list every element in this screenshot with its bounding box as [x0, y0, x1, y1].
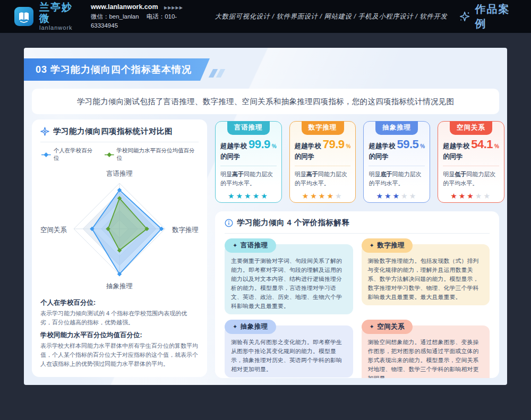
star-icon: ★: [483, 192, 492, 200]
star-icon: ★: [310, 192, 319, 200]
radar-chart: 言语推理 数字推理 抽象推理 空间关系: [40, 163, 199, 295]
arrows-decoration: ▶▶▶▶▶: [164, 5, 183, 10]
metric-prefix: 超越学校: [369, 142, 395, 151]
star-icon: ★: [228, 192, 236, 200]
radar-chart-svg: 言语推理 数字推理 抽象推理 空间关系: [40, 163, 199, 295]
spark-icon: ✦: [370, 323, 375, 330]
star-icon: ★: [384, 192, 393, 200]
metric-badge: 言语推理: [227, 121, 270, 135]
divider: [225, 233, 490, 234]
axis-label-top: 言语推理: [106, 170, 133, 177]
portfolio-button[interactable]: 作品案例: [459, 2, 518, 31]
divider: [220, 166, 277, 166]
star-icon: ★: [467, 192, 475, 200]
star-icon: ★: [253, 192, 261, 200]
metric-value-line: 超越学校 59.5 %: [369, 138, 425, 151]
star-icon: ★: [459, 192, 467, 200]
metric-prefix: 超越学校: [295, 142, 321, 151]
spark-icon: ✦: [370, 242, 375, 249]
metric-card-spatial: 空间关系 超越学校 54.1 % 的同学 明显低于同能力层次的平均水平。 ★★★…: [438, 121, 504, 203]
star-icon: ★: [393, 192, 401, 200]
metric-badge: 数字推理: [302, 121, 344, 135]
star-icon: ★: [401, 192, 409, 200]
metric-card-abstract: 抽象推理 超越学校 59.5 % 的同学 明显底于同能力层次的平均水平。 ★★★…: [363, 121, 430, 203]
metric-unit: %: [346, 143, 351, 149]
services-list: 大数据可视化设计 / 软件界面设计 / 网站建设 / 手机及小程序设计 / 软件…: [215, 12, 448, 21]
star-icon: ★: [236, 192, 245, 200]
radar-chart-card: 学习能力倾向四项指标统计对比图 个人在学校百分位 学校同能力水平百分位均: [32, 119, 207, 377]
star-icon: ★: [327, 192, 335, 200]
metric-suffix: 的同学: [295, 152, 351, 161]
spark-icon: ✦: [233, 323, 238, 330]
explain-tag: ✦数字推理: [362, 238, 413, 253]
metric-value: 79.9: [323, 138, 345, 151]
divider: [369, 166, 425, 166]
brand-name-cn: 兰亭妙微: [39, 2, 79, 24]
metric-suffix: 的同学: [443, 152, 499, 161]
metric-unit: %: [272, 143, 277, 149]
explain-item-verbal: ✦言语推理 主要侧重于测验对字词、句段间关系了解的能力。即考察对字词、句段的理解…: [225, 238, 353, 314]
website-link[interactable]: www.lanlanwork.com: [91, 3, 158, 11]
star-icon: ★: [335, 192, 344, 200]
explain-item-numeric: ✦数字推理 测验数字推理能力。包括发现数（式）排列与变化规律的能力，理解并且运用…: [362, 238, 490, 314]
star-rating: ★★★★★: [295, 192, 351, 200]
axis-label-left: 空间关系: [40, 226, 67, 234]
note-heading: 个人在学校百分位:: [40, 298, 199, 307]
metric-prefix: 超越学校: [443, 142, 469, 151]
explain-item-abstract: ✦抽象推理 测验有关几何图形之变化能力。即考察学生从图形中推论其变化规则的能力。…: [225, 320, 353, 378]
star-icon: ★: [475, 192, 484, 200]
metric-badge: 空间关系: [450, 121, 492, 135]
star-icon: ★: [244, 192, 253, 200]
metric-value-line: 超越学校 99.9 %: [220, 138, 277, 151]
section-title: 03 学习能力倾向四个指标基本情况: [36, 63, 192, 76]
star-rating: ★★★★★: [443, 192, 499, 200]
legend-item-school: 学校同能力水平百分位均值百分位: [105, 147, 199, 162]
legend-item-personal: 个人在学校百分位: [41, 147, 97, 162]
metric-badge: 抽象推理: [375, 121, 418, 135]
metric-prefix: 超越学校: [220, 142, 247, 151]
explanation-panel: 学习能力倾向 4 个评价指标解释 ✦言语推理 主要侧重于测验对字词、句段间关系了…: [215, 211, 499, 378]
metric-value: 99.9: [249, 138, 270, 151]
explain-tag: ✦抽象推理: [225, 320, 276, 334]
radar-card-title: 学习能力倾向四项指标统计对比图: [53, 126, 173, 136]
metric-description: 明显高于同能力层次的平均水平。: [220, 170, 277, 188]
metric-cards-row: 言语推理 超越学校 99.9 % 的同学 明显高于同能力层次的平均水平。 ★★★…: [215, 121, 499, 203]
explain-tag: ✦言语推理: [225, 238, 276, 253]
radar-chart-icon: [40, 127, 49, 136]
explain-item-spatial: ✦空间关系 测验空间想象能力。通过想象图形、变换操作图形，把对图形的感知通过平面…: [362, 320, 490, 378]
metric-suffix: 的同学: [220, 152, 277, 161]
explain-body: 测验数字推理能力。包括发现数（式）排列与变化规律的能力，理解并且运用数量关系、数…: [362, 244, 490, 305]
explain-body: 主要侧重于测验对字词、句段间关系了解的能力。即考察对字词、句段的理解及运用的能力…: [225, 244, 353, 314]
axis-label-right: 数字推理: [172, 226, 199, 234]
metric-description: 明显底于同能力层次的平均水平。: [369, 170, 425, 188]
metric-description: 明显高于同能力层次的平均水平。: [295, 170, 351, 188]
note-body: 表示学校大样本同能力水平群体中所有学生百分位的算数平均值，个人某个指标的百分位大…: [40, 341, 199, 368]
divider: [40, 142, 199, 142]
spark-icon: ✦: [233, 242, 238, 249]
axis-label-bottom: 抽象推理: [106, 282, 133, 290]
legend-label: 学校同能力水平百分位均值百分位: [117, 147, 199, 162]
banner-slash: [216, 69, 226, 78]
explanation-grid: ✦言语推理 主要侧重于测验对字词、句段间关系了解的能力。即考察对字词、句段的理解…: [225, 238, 490, 378]
divider: [443, 166, 499, 166]
metric-description: 明显低于同能力层次的平均水平。: [443, 170, 499, 188]
section-banner: 03 学习能力倾向四个指标基本情况: [24, 58, 210, 81]
intro-text: 学习能力倾向测试包括了言语推理、数字推理、空间关系和抽象推理四项指标，您的这四项…: [77, 97, 454, 107]
metric-unit: %: [494, 143, 499, 149]
intro-bar: 学习能力倾向测试包括了言语推理、数字推理、空间关系和抽象推理四项指标，您的这四项…: [32, 89, 499, 114]
explanation-header: 学习能力倾向 4 个评价指标解释: [225, 218, 490, 228]
explanation-title: 学习能力倾向 4 个评价指标解释: [237, 218, 350, 228]
star-rating: ★★★★★: [369, 192, 425, 200]
metric-value-line: 超越学校 54.1 %: [443, 138, 499, 151]
metric-value: 54.1: [471, 138, 493, 151]
star-icon: ★: [302, 192, 311, 200]
note-heading: 学校同能力水平百分位均值百分位:: [40, 331, 199, 340]
star-icon: ★: [261, 192, 269, 200]
brand-logo[interactable]: 兰亭妙微 lanlanwork: [14, 2, 79, 31]
star-icon: ★: [450, 192, 459, 200]
contact-block: www.lanlanwork.com ▶▶▶▶▶ 微信：ben_lanlan电话…: [91, 2, 203, 30]
radar-legend: 个人在学校百分位 学校同能力水平百分位均值百分位: [41, 147, 199, 162]
brand-name-en: lanlanwork: [39, 24, 79, 31]
metric-card-verbal: 言语推理 超越学校 99.9 % 的同学 明显高于同能力层次的平均水平。 ★★★…: [215, 121, 282, 203]
logo-book-icon: [14, 6, 34, 27]
